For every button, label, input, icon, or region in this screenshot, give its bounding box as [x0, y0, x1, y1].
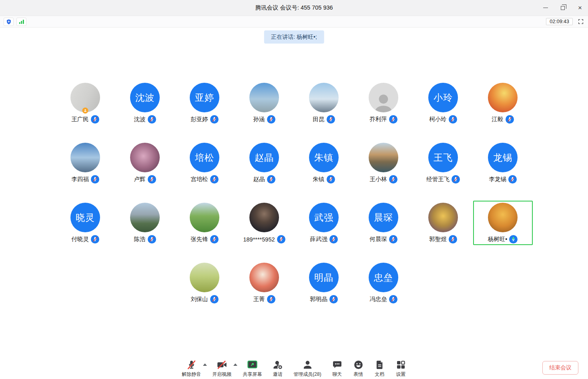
- participant-tile[interactable]: 朱镇 朱镇: [294, 141, 354, 185]
- minimize-icon[interactable]: [542, 5, 549, 11]
- participant-avatar: 小玲: [428, 83, 458, 112]
- participant-name: 王广民: [71, 116, 89, 123]
- participant-tile[interactable]: 赵晶 赵晶: [235, 141, 294, 185]
- video-options-caret-icon[interactable]: [233, 363, 237, 366]
- unmute-label: 解除静音: [182, 371, 201, 378]
- participant-avatar: 王飞: [428, 143, 458, 172]
- participant-tile[interactable]: 乔利萍: [354, 81, 413, 125]
- document-icon: [374, 359, 385, 370]
- participant-tile[interactable]: 王菁: [235, 261, 294, 305]
- participant-tile[interactable]: 忠垒 冯忠垒: [354, 261, 413, 305]
- participant-avatar: [488, 83, 518, 112]
- participant-avatar: [249, 83, 279, 112]
- share-screen-icon: [247, 359, 258, 370]
- participant-name: 柯小玲: [429, 116, 447, 123]
- invite-button[interactable]: 邀请: [272, 359, 283, 378]
- participant-name: 卢辉: [134, 176, 146, 183]
- mic-status-icon: [508, 175, 517, 184]
- mic-options-caret-icon[interactable]: [203, 363, 207, 366]
- participant-avatar: [70, 143, 100, 172]
- mic-status-icon: [210, 175, 219, 184]
- participant-tile[interactable]: 189****5952: [235, 201, 294, 245]
- chat-button[interactable]: 聊天: [332, 359, 343, 378]
- participant-tile[interactable]: 小玲 柯小玲: [413, 81, 473, 125]
- participant-tile[interactable]: 郭聖煜: [413, 201, 473, 245]
- end-meeting-button[interactable]: 结束会议: [542, 361, 578, 375]
- participant-tile[interactable]: 晓灵 付晓灵: [56, 201, 115, 245]
- titlebar: 腾讯会议 会议号: 455 705 936 ×: [0, 0, 588, 16]
- camera-off-icon: [217, 359, 227, 370]
- network-signal-icon[interactable]: [16, 18, 26, 26]
- participant-row: 刘保山 王菁: [0, 261, 588, 305]
- participant-name: 宫培松: [191, 176, 208, 183]
- speaking-banner: 正在讲话: 杨树旺•;: [264, 30, 324, 44]
- participant-tile[interactable]: 王飞 经管王飞: [413, 141, 473, 185]
- participant-name: 赵晶: [253, 176, 265, 183]
- participant-tile[interactable]: 李四福: [56, 141, 115, 185]
- close-icon[interactable]: ×: [577, 5, 583, 11]
- share-screen-button[interactable]: 共享屏幕: [243, 359, 262, 378]
- participant-tile[interactable]: 江毅: [473, 81, 533, 125]
- participant-name: 沈波: [134, 116, 146, 123]
- mic-status-icon: [327, 115, 335, 124]
- manage-members-button[interactable]: 管理成员(28): [293, 359, 321, 378]
- fullscreen-icon[interactable]: [577, 18, 584, 25]
- docs-button[interactable]: 文档: [374, 359, 385, 378]
- mic-status-icon: [327, 175, 335, 184]
- mic-status-icon: [267, 175, 275, 184]
- mic-status-icon: [277, 235, 285, 243]
- status-bar: 02:09:43: [0, 16, 588, 28]
- participant-name: 彭亚婷: [191, 116, 208, 123]
- participant-avatar: 亚婷: [190, 83, 219, 112]
- members-icon: [302, 359, 313, 370]
- participant-tile[interactable]: 沈波 沈波: [115, 81, 175, 125]
- mic-status-icon: [389, 235, 397, 243]
- participant-tile[interactable]: 龙锡 李龙锡: [473, 141, 533, 185]
- participant-tile[interactable]: 培松 宫培松: [175, 141, 235, 185]
- participant-tile[interactable]: 晨琛 何晨琛: [354, 201, 413, 245]
- chat-label: 聊天: [332, 371, 342, 378]
- mic-status-icon: [267, 295, 275, 303]
- mic-status-icon: [506, 115, 514, 124]
- participant-avatar: [369, 143, 398, 172]
- participant-name: 薛武强: [310, 235, 327, 243]
- participant-avatar: 赵晶: [249, 143, 279, 172]
- settings-button[interactable]: 设置: [395, 359, 406, 378]
- participant-tile[interactable]: 明晶 郭明晶: [294, 261, 354, 305]
- participant-tile[interactable]: 王广民: [56, 81, 115, 125]
- start-video-label: 开启视频: [212, 371, 231, 378]
- participant-tile[interactable]: 孙涵: [235, 81, 294, 125]
- unmute-button[interactable]: 解除静音: [182, 359, 201, 378]
- participant-avatar: 晓灵: [70, 203, 100, 232]
- participant-tile[interactable]: 亚婷 彭亚婷: [175, 81, 235, 125]
- meeting-security-icon[interactable]: [4, 18, 14, 26]
- bottom-toolbar: 解除静音 开启视频 共享屏幕: [0, 358, 588, 379]
- mic-status-icon: [329, 235, 338, 243]
- participant-tile[interactable]: 卢辉: [115, 141, 175, 185]
- participant-name: 王小林: [369, 176, 387, 183]
- start-video-button[interactable]: 开启视频: [212, 359, 231, 378]
- participant-avatar: 培松: [190, 143, 219, 172]
- participant-tile[interactable]: 刘保山: [175, 261, 235, 305]
- participant-row: 晓灵 付晓灵 陈浩: [0, 201, 588, 245]
- mic-status-icon: [329, 295, 338, 303]
- participant-tile[interactable]: 陈浩: [115, 201, 175, 245]
- mic-status-icon: [210, 235, 219, 243]
- participant-tile[interactable]: 张先锋: [175, 201, 235, 245]
- share-screen-label: 共享屏幕: [243, 371, 262, 378]
- host-badge-icon: [82, 108, 88, 114]
- mic-status-icon: [148, 235, 156, 243]
- restore-icon[interactable]: [560, 5, 566, 11]
- participant-name: 江毅: [492, 116, 504, 123]
- participant-tile[interactable]: 田昆: [294, 81, 354, 125]
- participant-tile[interactable]: 杨树旺•: [473, 201, 533, 245]
- participant-tile[interactable]: 王小林: [354, 141, 413, 185]
- invite-label: 邀请: [273, 371, 283, 378]
- mic-status-icon: [449, 235, 457, 243]
- participant-avatar: [130, 203, 160, 232]
- participant-avatar: 明晶: [309, 263, 339, 292]
- emoji-button[interactable]: 表情: [353, 359, 364, 378]
- participant-avatar: [369, 83, 398, 112]
- participant-name: 朱镇: [313, 176, 325, 183]
- participant-tile[interactable]: 武强 薛武强: [294, 201, 354, 245]
